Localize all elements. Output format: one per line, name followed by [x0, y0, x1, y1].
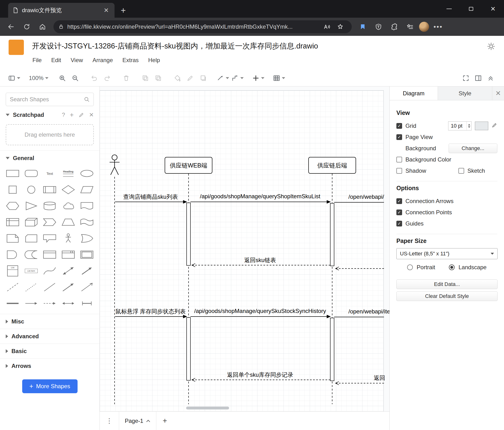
shape-data-storage[interactable]	[22, 247, 41, 262]
grid-size-input[interactable]: 10 pt	[448, 121, 472, 131]
search-shapes-box[interactable]	[6, 93, 94, 106]
connection-style-button[interactable]	[217, 72, 229, 84]
extensions-puzzle-icon[interactable]	[387, 20, 401, 33]
section-arrows[interactable]: Arrows	[0, 358, 99, 373]
scratchpad-add-icon[interactable]: +	[70, 111, 74, 119]
to-back-icon[interactable]	[153, 72, 163, 84]
sketch-checkbox[interactable]	[459, 168, 464, 174]
shape-callout[interactable]	[41, 231, 59, 246]
shape-list[interactable]: List	[3, 264, 22, 278]
page-tab[interactable]: Page-1	[119, 411, 156, 430]
shape-hexagon[interactable]	[3, 199, 22, 213]
horizontal-scrollbar[interactable]	[186, 407, 229, 410]
shape-line[interactable]	[41, 280, 59, 294]
pages-menu-icon[interactable]: ⋮	[100, 417, 119, 425]
grid-color-swatch[interactable]	[475, 122, 488, 130]
lifeline-box-backend[interactable]: 供应链后端	[308, 157, 356, 174]
shape-square[interactable]	[3, 183, 22, 197]
grid-color-edit-icon[interactable]	[492, 122, 497, 130]
shape-internal-storage[interactable]	[3, 215, 22, 229]
theme-toggle-sun-icon[interactable]	[487, 42, 495, 52]
grid-size-stepper[interactable]	[467, 122, 471, 130]
page-view-checkbox[interactable]	[396, 134, 402, 140]
waypoints-button[interactable]	[232, 72, 244, 84]
zoom-out-icon[interactable]	[70, 72, 81, 84]
shape-diagonal-arrow-open[interactable]	[78, 280, 96, 294]
background-change-button[interactable]: Change...	[449, 144, 497, 153]
tab-close-icon[interactable]: ✕	[102, 7, 110, 14]
scratchpad-header[interactable]: Scratchpad ? + ✕	[0, 108, 99, 122]
fill-color-icon[interactable]	[172, 72, 183, 84]
shape-or[interactable]	[78, 231, 96, 246]
grid-checkbox[interactable]	[396, 123, 402, 129]
window-minimize-button[interactable]	[438, 0, 460, 18]
refresh-icon[interactable]	[20, 20, 33, 33]
shape-actor[interactable]	[59, 231, 78, 246]
zoom-in-icon[interactable]	[57, 72, 68, 84]
bookmark-flag-icon[interactable]	[356, 20, 369, 33]
shape-cube[interactable]	[22, 215, 41, 229]
message-label[interactable]: /open/webapi/	[348, 194, 384, 200]
add-page-button[interactable]: +	[162, 416, 167, 425]
browser-tab[interactable]: drawio文件预览 ✕	[8, 3, 115, 18]
shape-horizontal-arrow-dashed[interactable]	[41, 296, 59, 310]
view-layout-button[interactable]	[8, 72, 20, 84]
home-icon[interactable]	[36, 20, 49, 33]
paper-size-select[interactable]: US-Letter (8,5" x 11")	[396, 248, 498, 259]
fullscreen-icon[interactable]	[460, 72, 471, 84]
scratchpad-close-icon[interactable]: ✕	[89, 112, 94, 118]
line-color-icon[interactable]	[185, 72, 195, 84]
shape-heading[interactable]: Heading	[59, 166, 78, 181]
scratchpad-dropzone[interactable]: Drag elements here	[6, 124, 94, 145]
tab-style[interactable]: Style	[438, 86, 492, 100]
scratchpad-edit-icon[interactable]	[79, 112, 84, 118]
shape-container[interactable]	[41, 247, 59, 262]
menu-arrange[interactable]: Arrange	[93, 57, 113, 64]
window-close-button[interactable]: ✕	[482, 0, 504, 18]
shape-arrow[interactable]	[78, 264, 96, 278]
shape-horizontal-arrow[interactable]	[22, 296, 41, 310]
menu-help[interactable]: Help	[148, 57, 160, 64]
section-basic[interactable]: Basic	[0, 344, 99, 358]
settings-menu-icon[interactable]: •••	[432, 20, 445, 33]
return-label[interactable]: 返回单个sku库存同步记录	[227, 371, 293, 379]
edit-data-button[interactable]: Edit Data...	[396, 280, 498, 289]
shape-and[interactable]	[3, 247, 22, 262]
message-label[interactable]: /open/webapi/item	[348, 308, 389, 315]
more-shapes-button[interactable]: + More Shapes	[22, 379, 78, 393]
window-maximize-button[interactable]	[460, 0, 482, 18]
lifeline-box-web[interactable]: 供应链WEB端	[165, 157, 212, 174]
zoom-level-button[interactable]: 100%	[29, 72, 48, 84]
menu-file[interactable]: File	[32, 57, 42, 64]
shape-tape[interactable]	[78, 215, 96, 229]
read-aloud-icon[interactable]	[320, 20, 334, 33]
shape-horizontal-line[interactable]	[3, 296, 22, 310]
address-bar[interactable]: https://file.kkview.cn/onlinePreview?url…	[54, 20, 352, 33]
shape-diagonal-arrow[interactable]	[59, 280, 78, 294]
return-label[interactable]: 返回sku链表	[244, 256, 276, 264]
clear-default-style-button[interactable]: Clear Default Style	[396, 291, 498, 301]
shape-list-item[interactable]: List Item	[22, 264, 41, 278]
connection-points-checkbox[interactable]	[396, 209, 402, 215]
menu-view[interactable]: View	[71, 57, 83, 64]
shape-diamond[interactable]	[59, 183, 78, 197]
shape-card[interactable]	[22, 231, 41, 246]
guides-checkbox[interactable]	[396, 221, 402, 226]
shape-dashed-line[interactable]	[3, 280, 22, 294]
shape-cloud[interactable]	[59, 199, 78, 213]
message-label[interactable]: /api/goods/shopManage/queryShopItemSkuLi…	[200, 193, 320, 200]
section-advanced[interactable]: Advanced	[0, 329, 99, 344]
shape-link[interactable]	[78, 296, 96, 310]
message-label[interactable]: /api/goods/shopManage/querySkuStockSyncH…	[194, 308, 326, 314]
return-label[interactable]: 返回	[374, 374, 385, 382]
favorites-bar-icon[interactable]	[403, 20, 417, 33]
menu-extras[interactable]: Extras	[122, 57, 139, 64]
shape-step[interactable]	[41, 215, 59, 229]
undo-icon[interactable]	[89, 72, 99, 84]
message-label[interactable]: 查询店铺商品sku列表	[123, 193, 178, 201]
shape-horizontal-double-arrow[interactable]	[59, 296, 78, 310]
scratchpad-help-icon[interactable]: ?	[62, 112, 65, 118]
new-tab-button[interactable]: +	[121, 6, 126, 15]
diagram-canvas[interactable]: 供应链WEB端 供应链后端 查询店铺商品sku列表 /api/goods/sho…	[100, 86, 389, 411]
shape-process[interactable]	[41, 183, 59, 197]
